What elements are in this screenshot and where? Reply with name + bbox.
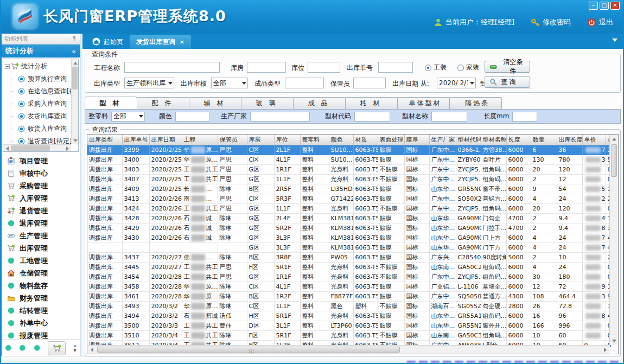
sidebar-item-退货管理[interactable]: 退货管理 <box>2 205 80 217</box>
module-dot-icon[interactable] <box>34 344 40 352</box>
sidebar-item-补单中心[interactable]: 补单中心 <box>2 317 80 329</box>
column-header-工程[interactable]: 工程 <box>182 135 218 145</box>
material-tab-耗材[interactable]: 耗材 <box>345 97 398 109</box>
expander-icon[interactable] <box>5 64 10 69</box>
tab-shipping-outbound-query[interactable]: 发货出库查询 × <box>130 35 191 49</box>
table-row[interactable]: 调拨出库34002020/2/25华原…严思C区4L1F整料SU10…6063-… <box>87 155 619 164</box>
tree-item-发货出库查询[interactable]: ···发货出库查询 <box>4 110 71 123</box>
table-row[interactable]: 调拨出库34242020/2/26工共工程严思G区1L1F整料光身料6063-T… <box>87 203 619 213</box>
minimize-button[interactable]: – <box>589 2 598 10</box>
tree-item-收货入库查询[interactable]: ···收货入库查询 <box>4 123 71 135</box>
grid-vertical-scrollbar[interactable] <box>609 135 618 345</box>
radio-jiazhuang[interactable]: 家装 <box>457 63 479 72</box>
sidebar-section-statistics[interactable]: 统计分析 « <box>2 44 80 58</box>
radio-gongzhuang[interactable]: 工装 <box>425 63 447 72</box>
sidebar-item-报废管理[interactable]: 报废管理 <box>2 329 80 339</box>
material-tab-成品[interactable]: 成品 <box>293 97 346 109</box>
material-tab-配件[interactable]: 配件 <box>137 97 189 109</box>
sidebar-item-仓储管理[interactable]: 仓储管理 <box>2 267 80 279</box>
table-row[interactable]: 调拨出库34292020/2/26石城陈琳G区5R2F整料KLM38176063… <box>87 223 619 233</box>
sidebar-item-物料盘存[interactable]: 物料盘存 <box>2 279 80 292</box>
location-input[interactable] <box>308 62 340 73</box>
module-dot-icon[interactable] <box>19 344 26 352</box>
tree-item-在途信息查询[待[interactable]: ···在途信息查询[待 <box>4 85 71 98</box>
material-tab-玻璃[interactable]: 玻璃 <box>241 97 294 109</box>
table-row[interactable]: 调拨出库34612020/2/28华原…陈琳B区1R2F整料F8877FT606… <box>87 291 619 301</box>
table-row[interactable]: 调拨出库34542020/2/28工共工程严思G区1R1F整料光身料6063-T… <box>87 272 619 282</box>
outbound-audit-select[interactable]: 全部 <box>211 78 248 88</box>
table-row[interactable]: 调拨出库34582020/2/28华原…陈琳C区4L1F整料光身料6063-T5… <box>87 282 619 291</box>
column-header-保管员[interactable]: 保管员 <box>218 135 247 145</box>
table-row[interactable]: 调拨出库33992020/2/25华原…严思C区2L1F整料SU10…6063-… <box>87 145 619 155</box>
date-from-select[interactable]: 2020/ 2/16 <box>437 78 476 88</box>
outbound-type-select[interactable]: 生产领料出库 <box>124 78 174 88</box>
tree-item-退货查询[待定][interactable]: ···退货查询[待定] <box>4 135 71 144</box>
cart-module-button[interactable] <box>48 341 66 355</box>
overflow-chevron[interactable]: »▾ <box>73 344 77 353</box>
profile-name-input[interactable] <box>431 112 467 122</box>
column-header-数量[interactable]: 数量 <box>531 135 557 145</box>
column-header-库位[interactable]: 库位 <box>274 135 300 145</box>
column-header-整零料[interactable]: 整零料 <box>300 135 329 145</box>
tree-vertical-scrollbar[interactable] <box>71 59 78 144</box>
sidebar-item-审核中心[interactable]: 审核中心 <box>2 167 80 180</box>
table-row[interactable]: 调拨出库34132020/2/26南…严思C区5R3F整料G714226063-… <box>87 194 619 203</box>
material-tab-辅材[interactable]: 辅材 <box>189 97 241 109</box>
sidebar-item-出库管理[interactable]: 出库管理 <box>2 242 80 254</box>
maximize-button[interactable]: □ <box>600 2 609 10</box>
column-header-膜厚[interactable]: 膜厚 <box>404 135 429 145</box>
module-dot-icon[interactable] <box>5 344 11 352</box>
material-tab-单体型材[interactable]: 单体型材 <box>397 97 450 109</box>
sidebar-item-工地管理[interactable]: 工地管理 <box>2 254 80 267</box>
tree-root[interactable]: 统计分析 <box>4 60 71 73</box>
column-header-单价[interactable]: 单价 <box>582 135 606 145</box>
column-header-库房[interactable]: 库房 <box>247 135 274 145</box>
length-input[interactable] <box>512 112 537 122</box>
table-row[interactable]: 调拨出库35002020/3/3工共工程曹佳D区3L1F整料LT3P606063… <box>87 321 619 330</box>
sidebar-item-结转管理[interactable]: 结转管理 <box>2 304 80 317</box>
pin-icon[interactable] <box>72 35 77 43</box>
table-row[interactable]: 调拨出库34302020/2/26石城陈琳G区3L3F整料KLM38176063… <box>87 233 619 242</box>
sidebar-item-项目管理[interactable]: 项目管理 <box>2 155 80 167</box>
column-header-出库单号[interactable]: 出库单号 <box>122 135 149 145</box>
change-password-button[interactable]: 修改密码 <box>531 17 571 27</box>
material-tab-型材[interactable]: 型材 <box>85 97 137 109</box>
tree-item-采购入库查询[interactable]: ···采购入库查询 <box>4 98 71 110</box>
tab-close-icon[interactable]: × <box>180 39 184 46</box>
column-header-颜色[interactable]: 颜色 <box>329 135 353 145</box>
column-header-出库长度[interactable]: 出库长度 <box>557 135 582 145</box>
column-header-出库类型[interactable]: 出库类型 <box>87 135 122 145</box>
column-header-型材名称[interactable]: 型材名称 <box>481 135 506 145</box>
keeper-input[interactable] <box>353 78 386 88</box>
sidebar-item-生产管理[interactable]: 生产管理 <box>2 229 80 242</box>
whole-piece-select[interactable]: 全部 <box>111 112 145 122</box>
material-tab-隔热条[interactable]: 隔热条 <box>449 97 502 109</box>
sidebar-item-退库管理[interactable]: 退库管理 <box>2 217 80 229</box>
product-type-input[interactable] <box>285 78 324 88</box>
sidebar-item-采购管理[interactable]: 采购管理 <box>2 180 80 192</box>
column-header-生产厂家[interactable]: 生产厂家 <box>429 135 456 145</box>
table-row[interactable]: 调拨出库34942020/3/2石辉城汤伟H区5R1F整料光身料6063-T5贴… <box>87 311 619 321</box>
project-name-input[interactable] <box>124 62 220 73</box>
warehouse-input[interactable] <box>247 62 286 73</box>
tab-list-dropdown-icon[interactable] <box>612 39 617 42</box>
table-row[interactable]: 调拨出库35102020/3/4工共工程陈琳F区5R1F整料光身料6063-T5… <box>87 330 619 340</box>
column-header-型材代码[interactable]: 型材代码 <box>456 135 481 145</box>
logout-button[interactable]: 退出 <box>587 17 613 27</box>
search-button[interactable]: 查 询 <box>485 76 530 88</box>
column-header-出库日期[interactable]: 出库日期 <box>149 135 182 145</box>
close-button[interactable]: ✕ <box>610 2 620 10</box>
table-row[interactable]: 调拨出库34372020/2/27佛…陈琳B区3R8F整料PW056063-T5… <box>87 252 619 262</box>
table-row[interactable]: 调拨出库34452020/2/27工共工程严思F区5R1F整料光身料6063-T… <box>87 262 619 272</box>
color-input[interactable] <box>175 112 210 122</box>
column-header-表面处理[interactable]: 表面处理 <box>378 135 404 145</box>
sidebar-item-财务管理[interactable]: 财务管理 <box>2 292 80 304</box>
order-no-input[interactable] <box>378 62 413 73</box>
table-row[interactable]: G区3L3F整料KLM38176063-T5贴膜国标山东华…GA90M09.门下… <box>87 242 619 252</box>
column-header-材质[interactable]: 材质 <box>353 135 378 145</box>
tab-home[interactable]: 起始页 <box>86 35 130 49</box>
table-row[interactable]: 调拨出库34932020/3/2华原…陈琳C区1L1F整料黑色塑料不贴膜国标湖南… <box>87 301 619 311</box>
sidebar-item-入库管理[interactable]: 入库管理 <box>2 192 80 205</box>
tree-item-预算执行查询[interactable]: ···预算执行查询 <box>4 73 71 85</box>
clear-conditions-button[interactable]: 清空条件 <box>485 61 530 73</box>
